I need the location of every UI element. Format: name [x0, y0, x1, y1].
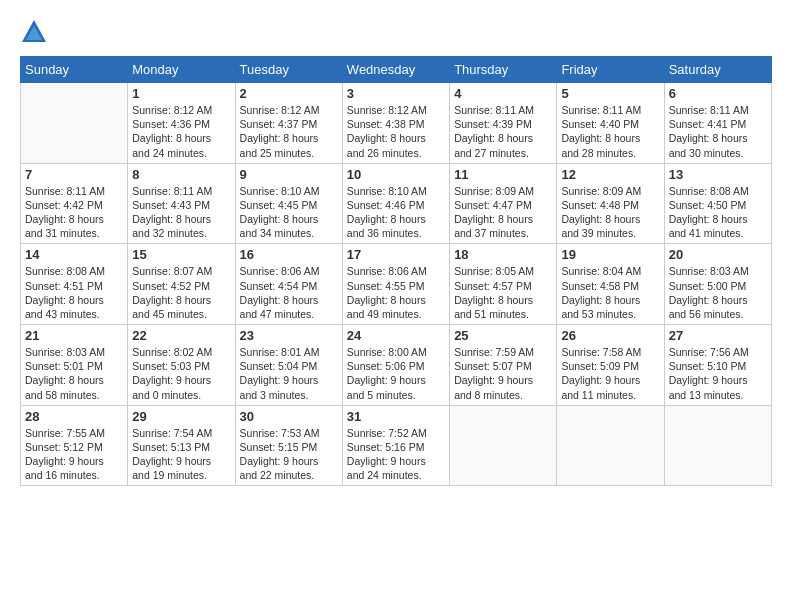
day-info: Sunrise: 8:08 AM Sunset: 4:51 PM Dayligh…	[25, 264, 123, 321]
day-info: Sunrise: 8:02 AM Sunset: 5:03 PM Dayligh…	[132, 345, 230, 402]
calendar-cell: 11Sunrise: 8:09 AM Sunset: 4:47 PM Dayli…	[450, 163, 557, 244]
calendar-cell: 17Sunrise: 8:06 AM Sunset: 4:55 PM Dayli…	[342, 244, 449, 325]
calendar-cell	[557, 405, 664, 486]
calendar-cell: 25Sunrise: 7:59 AM Sunset: 5:07 PM Dayli…	[450, 325, 557, 406]
calendar-cell: 8Sunrise: 8:11 AM Sunset: 4:43 PM Daylig…	[128, 163, 235, 244]
logo	[20, 18, 52, 46]
day-number: 15	[132, 247, 230, 262]
day-number: 25	[454, 328, 552, 343]
day-number: 10	[347, 167, 445, 182]
day-number: 6	[669, 86, 767, 101]
calendar-cell	[21, 83, 128, 164]
day-number: 20	[669, 247, 767, 262]
weekday-header-thursday: Thursday	[450, 57, 557, 83]
calendar-cell: 7Sunrise: 8:11 AM Sunset: 4:42 PM Daylig…	[21, 163, 128, 244]
calendar-table: SundayMondayTuesdayWednesdayThursdayFrid…	[20, 56, 772, 486]
day-info: Sunrise: 7:59 AM Sunset: 5:07 PM Dayligh…	[454, 345, 552, 402]
day-info: Sunrise: 8:11 AM Sunset: 4:43 PM Dayligh…	[132, 184, 230, 241]
day-number: 26	[561, 328, 659, 343]
day-number: 17	[347, 247, 445, 262]
day-number: 30	[240, 409, 338, 424]
day-info: Sunrise: 8:09 AM Sunset: 4:48 PM Dayligh…	[561, 184, 659, 241]
calendar-cell: 6Sunrise: 8:11 AM Sunset: 4:41 PM Daylig…	[664, 83, 771, 164]
day-number: 18	[454, 247, 552, 262]
day-number: 9	[240, 167, 338, 182]
day-info: Sunrise: 8:06 AM Sunset: 4:55 PM Dayligh…	[347, 264, 445, 321]
calendar-cell: 19Sunrise: 8:04 AM Sunset: 4:58 PM Dayli…	[557, 244, 664, 325]
day-number: 5	[561, 86, 659, 101]
calendar-cell: 2Sunrise: 8:12 AM Sunset: 4:37 PM Daylig…	[235, 83, 342, 164]
calendar-cell: 15Sunrise: 8:07 AM Sunset: 4:52 PM Dayli…	[128, 244, 235, 325]
calendar-cell: 29Sunrise: 7:54 AM Sunset: 5:13 PM Dayli…	[128, 405, 235, 486]
day-info: Sunrise: 8:11 AM Sunset: 4:41 PM Dayligh…	[669, 103, 767, 160]
day-info: Sunrise: 7:58 AM Sunset: 5:09 PM Dayligh…	[561, 345, 659, 402]
calendar-cell: 22Sunrise: 8:02 AM Sunset: 5:03 PM Dayli…	[128, 325, 235, 406]
day-number: 19	[561, 247, 659, 262]
day-number: 4	[454, 86, 552, 101]
day-info: Sunrise: 8:08 AM Sunset: 4:50 PM Dayligh…	[669, 184, 767, 241]
day-info: Sunrise: 8:06 AM Sunset: 4:54 PM Dayligh…	[240, 264, 338, 321]
day-number: 8	[132, 167, 230, 182]
day-info: Sunrise: 8:11 AM Sunset: 4:40 PM Dayligh…	[561, 103, 659, 160]
calendar-week-row: 7Sunrise: 8:11 AM Sunset: 4:42 PM Daylig…	[21, 163, 772, 244]
weekday-header-monday: Monday	[128, 57, 235, 83]
weekday-header-row: SundayMondayTuesdayWednesdayThursdayFrid…	[21, 57, 772, 83]
day-number: 24	[347, 328, 445, 343]
day-number: 7	[25, 167, 123, 182]
calendar-cell: 5Sunrise: 8:11 AM Sunset: 4:40 PM Daylig…	[557, 83, 664, 164]
day-info: Sunrise: 8:12 AM Sunset: 4:38 PM Dayligh…	[347, 103, 445, 160]
calendar-cell: 23Sunrise: 8:01 AM Sunset: 5:04 PM Dayli…	[235, 325, 342, 406]
day-number: 13	[669, 167, 767, 182]
day-info: Sunrise: 8:10 AM Sunset: 4:45 PM Dayligh…	[240, 184, 338, 241]
day-info: Sunrise: 8:00 AM Sunset: 5:06 PM Dayligh…	[347, 345, 445, 402]
day-info: Sunrise: 8:03 AM Sunset: 5:00 PM Dayligh…	[669, 264, 767, 321]
calendar-week-row: 21Sunrise: 8:03 AM Sunset: 5:01 PM Dayli…	[21, 325, 772, 406]
weekday-header-wednesday: Wednesday	[342, 57, 449, 83]
day-number: 16	[240, 247, 338, 262]
calendar-cell: 24Sunrise: 8:00 AM Sunset: 5:06 PM Dayli…	[342, 325, 449, 406]
day-info: Sunrise: 8:09 AM Sunset: 4:47 PM Dayligh…	[454, 184, 552, 241]
day-number: 27	[669, 328, 767, 343]
calendar-week-row: 1Sunrise: 8:12 AM Sunset: 4:36 PM Daylig…	[21, 83, 772, 164]
calendar-week-row: 14Sunrise: 8:08 AM Sunset: 4:51 PM Dayli…	[21, 244, 772, 325]
day-number: 3	[347, 86, 445, 101]
calendar-cell: 31Sunrise: 7:52 AM Sunset: 5:16 PM Dayli…	[342, 405, 449, 486]
calendar-cell: 26Sunrise: 7:58 AM Sunset: 5:09 PM Dayli…	[557, 325, 664, 406]
calendar-week-row: 28Sunrise: 7:55 AM Sunset: 5:12 PM Dayli…	[21, 405, 772, 486]
weekday-header-saturday: Saturday	[664, 57, 771, 83]
calendar-cell: 16Sunrise: 8:06 AM Sunset: 4:54 PM Dayli…	[235, 244, 342, 325]
header	[20, 18, 772, 46]
calendar-cell: 4Sunrise: 8:11 AM Sunset: 4:39 PM Daylig…	[450, 83, 557, 164]
day-number: 22	[132, 328, 230, 343]
day-info: Sunrise: 8:03 AM Sunset: 5:01 PM Dayligh…	[25, 345, 123, 402]
logo-icon	[20, 18, 48, 46]
day-number: 28	[25, 409, 123, 424]
day-number: 2	[240, 86, 338, 101]
calendar-cell	[664, 405, 771, 486]
day-info: Sunrise: 8:11 AM Sunset: 4:39 PM Dayligh…	[454, 103, 552, 160]
day-info: Sunrise: 8:01 AM Sunset: 5:04 PM Dayligh…	[240, 345, 338, 402]
day-number: 23	[240, 328, 338, 343]
calendar-cell: 14Sunrise: 8:08 AM Sunset: 4:51 PM Dayli…	[21, 244, 128, 325]
day-number: 12	[561, 167, 659, 182]
day-number: 29	[132, 409, 230, 424]
page: SundayMondayTuesdayWednesdayThursdayFrid…	[0, 0, 792, 612]
day-info: Sunrise: 7:52 AM Sunset: 5:16 PM Dayligh…	[347, 426, 445, 483]
day-info: Sunrise: 7:56 AM Sunset: 5:10 PM Dayligh…	[669, 345, 767, 402]
day-info: Sunrise: 7:53 AM Sunset: 5:15 PM Dayligh…	[240, 426, 338, 483]
calendar-cell: 21Sunrise: 8:03 AM Sunset: 5:01 PM Dayli…	[21, 325, 128, 406]
weekday-header-sunday: Sunday	[21, 57, 128, 83]
day-number: 1	[132, 86, 230, 101]
day-number: 21	[25, 328, 123, 343]
day-info: Sunrise: 8:10 AM Sunset: 4:46 PM Dayligh…	[347, 184, 445, 241]
calendar-cell: 12Sunrise: 8:09 AM Sunset: 4:48 PM Dayli…	[557, 163, 664, 244]
calendar-cell: 9Sunrise: 8:10 AM Sunset: 4:45 PM Daylig…	[235, 163, 342, 244]
calendar-cell: 18Sunrise: 8:05 AM Sunset: 4:57 PM Dayli…	[450, 244, 557, 325]
day-info: Sunrise: 8:12 AM Sunset: 4:36 PM Dayligh…	[132, 103, 230, 160]
day-info: Sunrise: 8:12 AM Sunset: 4:37 PM Dayligh…	[240, 103, 338, 160]
calendar-cell: 20Sunrise: 8:03 AM Sunset: 5:00 PM Dayli…	[664, 244, 771, 325]
day-info: Sunrise: 8:04 AM Sunset: 4:58 PM Dayligh…	[561, 264, 659, 321]
day-info: Sunrise: 8:11 AM Sunset: 4:42 PM Dayligh…	[25, 184, 123, 241]
calendar-cell: 30Sunrise: 7:53 AM Sunset: 5:15 PM Dayli…	[235, 405, 342, 486]
day-info: Sunrise: 8:07 AM Sunset: 4:52 PM Dayligh…	[132, 264, 230, 321]
